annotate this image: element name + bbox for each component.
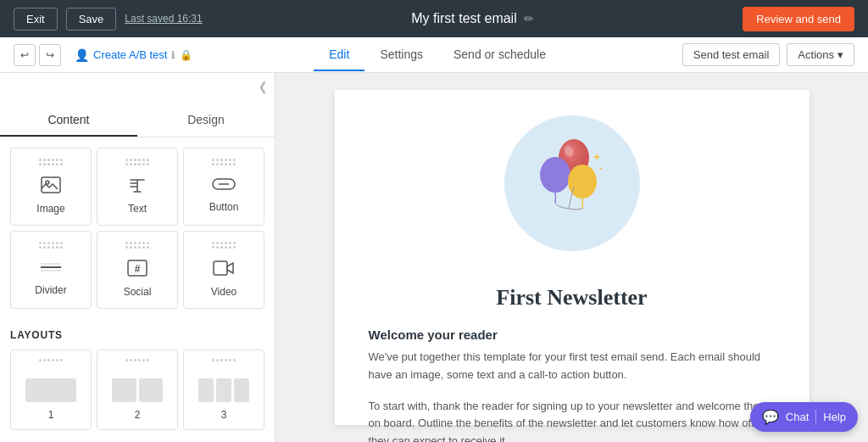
email-newsletter-title: First Newsletter bbox=[369, 285, 776, 311]
lock-icon: 🔒 bbox=[180, 49, 192, 61]
layout-preview-2 bbox=[112, 378, 163, 402]
divider-label: Divider bbox=[35, 284, 66, 296]
email-paragraph-1: We've put together this template for you… bbox=[369, 349, 776, 384]
drag-handle bbox=[212, 359, 236, 370]
undo-button[interactable]: ↩ bbox=[14, 44, 36, 66]
tab-settings[interactable]: Settings bbox=[364, 39, 438, 71]
layout-2col[interactable]: 2 bbox=[97, 350, 178, 430]
button-icon bbox=[212, 176, 236, 196]
drag-handle bbox=[39, 159, 63, 170]
layout-3col[interactable]: 3 bbox=[183, 350, 264, 430]
layouts-label: LAYOUTS bbox=[10, 329, 264, 341]
tab-send-schedule[interactable]: Send or schedule bbox=[438, 39, 561, 71]
layout-2-label: 2 bbox=[135, 409, 141, 421]
text-icon bbox=[127, 176, 147, 198]
sidebar-header: 《 bbox=[0, 73, 275, 104]
layout-preview-3 bbox=[198, 378, 249, 402]
main-layout: 《 Content Design bbox=[0, 73, 868, 442]
video-label: Video bbox=[211, 286, 236, 298]
drag-handle bbox=[125, 359, 149, 370]
element-image[interactable]: Image bbox=[10, 148, 92, 226]
social-label: Social bbox=[124, 286, 152, 298]
drag-handle bbox=[212, 242, 236, 253]
layout-1col[interactable]: 1 bbox=[10, 350, 92, 430]
element-button[interactable]: Button bbox=[183, 148, 264, 226]
chevron-down-icon: ▾ bbox=[837, 48, 843, 61]
main-nav-tabs: Edit Settings Send or schedule bbox=[314, 39, 561, 71]
actions-button[interactable]: Actions ▾ bbox=[787, 43, 854, 66]
sidebar: 《 Content Design bbox=[0, 73, 275, 442]
send-test-button[interactable]: Send test email bbox=[682, 43, 781, 66]
edit-title-icon[interactable]: ✏ bbox=[524, 12, 534, 25]
redo-button[interactable]: ↪ bbox=[39, 44, 61, 66]
chat-widget[interactable]: 💬 Chat Help bbox=[750, 402, 858, 432]
last-saved-label: Last saved 16:31 bbox=[125, 13, 202, 25]
sidebar-tab-content[interactable]: Content bbox=[0, 104, 137, 137]
video-icon bbox=[213, 260, 235, 281]
drag-handle bbox=[125, 159, 149, 170]
sidebar-tab-design[interactable]: Design bbox=[137, 104, 275, 137]
email-preview: First Newsletter Welcome your reader We'… bbox=[335, 90, 810, 425]
ab-test-link[interactable]: 👤 Create A/B test ℹ 🔒 bbox=[75, 48, 192, 62]
email-body: First Newsletter Welcome your reader We'… bbox=[335, 268, 810, 442]
image-icon bbox=[41, 176, 61, 198]
email-preview-area: First Newsletter Welcome your reader We'… bbox=[275, 73, 868, 442]
tab-edit[interactable]: Edit bbox=[314, 39, 364, 71]
drag-handle bbox=[125, 242, 149, 253]
chat-help-label: Help bbox=[823, 411, 846, 423]
exit-button[interactable]: Exit bbox=[14, 8, 58, 31]
sidebar-tabs: Content Design bbox=[0, 104, 275, 137]
layout-1-label: 1 bbox=[48, 409, 54, 421]
layouts-section: LAYOUTS 1 bbox=[0, 319, 275, 440]
sub-bar: ↩ ↪ 👤 Create A/B test ℹ 🔒 Edit Settings … bbox=[0, 37, 868, 73]
email-paragraph-2: To start with, thank the reader for sign… bbox=[369, 398, 776, 442]
text-label: Text bbox=[128, 203, 147, 215]
drag-handle bbox=[39, 359, 63, 370]
layout-preview-1 bbox=[25, 378, 76, 402]
hero-image bbox=[504, 115, 640, 251]
email-subtitle: Welcome your reader bbox=[369, 327, 776, 342]
top-bar: Exit Save Last saved 16:31 My first test… bbox=[0, 0, 868, 37]
ab-test-icon: 👤 bbox=[75, 48, 89, 62]
element-divider[interactable]: Divider bbox=[10, 231, 92, 309]
elements-grid: Image Text bbox=[0, 137, 275, 319]
button-label: Button bbox=[209, 201, 239, 213]
layouts-grid: 1 2 bbox=[10, 350, 264, 430]
info-icon[interactable]: ℹ bbox=[171, 49, 175, 61]
element-video[interactable]: Video bbox=[183, 231, 264, 309]
collapse-sidebar-button[interactable]: 《 bbox=[253, 80, 266, 98]
layout-3-label: 3 bbox=[221, 409, 227, 421]
divider-icon bbox=[39, 260, 63, 279]
svg-point-12 bbox=[540, 157, 570, 193]
save-button[interactable]: Save bbox=[66, 8, 117, 31]
svg-text:#: # bbox=[135, 263, 141, 275]
sidebar-scroll-area: Image Text bbox=[0, 137, 275, 442]
drag-handle bbox=[39, 242, 63, 253]
review-send-button[interactable]: Review and send bbox=[743, 7, 854, 31]
chat-label: Chat bbox=[786, 411, 809, 423]
image-label: Image bbox=[36, 203, 64, 215]
sub-bar-actions: Send test email Actions ▾ bbox=[682, 43, 854, 66]
undo-redo-controls: ↩ ↪ bbox=[14, 44, 61, 66]
element-social[interactable]: # Social bbox=[97, 231, 178, 309]
social-icon: # bbox=[127, 260, 147, 281]
element-text[interactable]: Text bbox=[97, 148, 178, 226]
chat-divider bbox=[815, 410, 816, 425]
chat-bubble-icon: 💬 bbox=[762, 409, 779, 425]
drag-handle bbox=[212, 159, 236, 170]
svg-rect-9 bbox=[214, 261, 227, 275]
email-hero bbox=[335, 90, 810, 268]
document-title: My first test email ✏ bbox=[211, 11, 735, 26]
svg-point-1 bbox=[46, 181, 49, 184]
